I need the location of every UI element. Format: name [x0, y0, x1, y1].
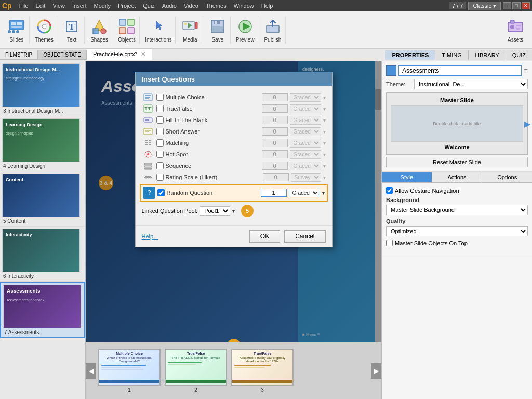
matching-checkbox[interactable]: [156, 139, 164, 147]
close-button[interactable]: ✕: [522, 2, 530, 9]
slide-item-4[interactable]: Learning Design design principles 4 Lear…: [0, 116, 85, 171]
style-tab-actions[interactable]: Actions: [432, 172, 483, 182]
menu-view[interactable]: View: [49, 2, 68, 10]
menu-file[interactable]: File: [16, 2, 32, 10]
mc-num-input[interactable]: [262, 93, 288, 101]
background-select[interactable]: Master Slide Background: [386, 205, 528, 215]
toolbar-media[interactable]: Media: [178, 16, 203, 44]
tab-properties[interactable]: PROPERTIES: [385, 50, 435, 60]
sa-dropdown-icon: ▾: [323, 129, 326, 135]
file-tab[interactable]: PracticeFile.cptx* ✕: [87, 49, 152, 60]
svg-point-57: [145, 176, 147, 178]
pool-select[interactable]: Pool1: [200, 206, 230, 216]
slide-item-5[interactable]: Content 5 Content: [0, 171, 85, 227]
mc-content: Multiple Choice Which of these is an Ins…: [99, 350, 159, 372]
ok-button[interactable]: OK: [249, 230, 280, 243]
maximize-button[interactable]: □: [512, 2, 521, 9]
allow-gesture-checkbox[interactable]: [386, 187, 393, 194]
tab-quiz[interactable]: QUIZ: [506, 50, 532, 60]
tab-close-icon[interactable]: ✕: [141, 51, 145, 57]
quality-select[interactable]: Optimized: [386, 226, 528, 236]
tab-filmstrip[interactable]: FILMSTRIP: [0, 50, 38, 59]
tab-timing[interactable]: TIMING: [435, 50, 468, 60]
sa-type-select[interactable]: Graded: [290, 127, 321, 136]
hotspot-num-input[interactable]: [262, 150, 288, 158]
rq-checkbox[interactable]: [157, 189, 165, 196]
rating-checkbox[interactable]: [156, 174, 164, 181]
master-objects-checkbox[interactable]: [386, 240, 393, 246]
mc-type-select[interactable]: Graded: [290, 93, 321, 102]
toolbar-objects[interactable]: Objects: [114, 16, 140, 44]
help-link[interactable]: Help...: [142, 233, 158, 240]
tab-object-state[interactable]: OBJECT STATE: [38, 50, 87, 59]
sequence-num-input[interactable]: [262, 162, 288, 170]
mc-checkbox[interactable]: [156, 94, 164, 101]
rq-type-select[interactable]: Graded: [289, 189, 320, 197]
master-arrow-icon[interactable]: ▶: [524, 119, 530, 129]
slide-item-7[interactable]: Assessments Assessments feedback 7 Asses…: [0, 282, 85, 338]
menu-video[interactable]: Video: [181, 2, 202, 10]
right-panel-tabs: PROPERTIES TIMING LIBRARY QUIZ: [385, 50, 532, 60]
slide-item-6[interactable]: Interactivity 6 Interactivity: [0, 227, 85, 282]
slide-item-3[interactable]: Instructional Design M... strategies, me…: [0, 61, 85, 116]
q-row-multiple-choice: Multiple Choice Graded ▾: [142, 92, 326, 102]
hotspot-type-select[interactable]: Graded: [290, 150, 321, 159]
q-row-fill-blank: Fill-In-The-Blank Graded ▾: [142, 115, 326, 125]
fib-checkbox[interactable]: [156, 116, 164, 124]
scroll-left-button[interactable]: ◀: [86, 363, 96, 379]
fib-num-input[interactable]: [262, 116, 288, 124]
toolbar-preview[interactable]: Preview: [233, 16, 258, 44]
sa-checkbox[interactable]: [156, 128, 164, 135]
thumb-item-1[interactable]: Multiple Choice Which of these is an Ins…: [98, 349, 161, 393]
menu-edit[interactable]: Edit: [32, 2, 48, 10]
menu-project[interactable]: Project: [115, 2, 139, 10]
sequence-checkbox[interactable]: [156, 162, 164, 169]
master-thumb[interactable]: Double click to add title: [391, 105, 523, 142]
toolbar-themes[interactable]: Themes: [32, 16, 57, 44]
cancel-button[interactable]: Cancel: [284, 230, 325, 243]
fib-type-select[interactable]: Graded: [290, 116, 321, 125]
menu-help[interactable]: Help: [258, 2, 276, 10]
tab-bar: FILMSTRIP OBJECT STATE PracticeFile.cptx…: [0, 49, 532, 61]
toolbar-save[interactable]: Save: [205, 16, 231, 44]
thumb-item-3[interactable]: True/False Kirkpatrick's theory was orig…: [231, 349, 294, 393]
tf-checkbox[interactable]: [156, 105, 164, 112]
slide-title-input[interactable]: [398, 65, 522, 76]
toolbar-assets[interactable]: Assets: [503, 16, 528, 44]
menu-window[interactable]: Window: [231, 2, 257, 10]
tab-library[interactable]: LIBRARY: [468, 50, 506, 60]
matching-type-select[interactable]: Graded: [290, 139, 321, 148]
reset-master-button[interactable]: Reset Master Slide: [386, 157, 528, 167]
hotspot-checkbox[interactable]: [156, 151, 164, 158]
thumb-item-2[interactable]: True/False The F in ADDIE stands for For…: [165, 349, 227, 393]
rating-num-input[interactable]: [263, 173, 289, 181]
toolbar-interactions[interactable]: Interactions: [142, 16, 176, 44]
svg-rect-16: [119, 28, 126, 34]
minimize-button[interactable]: ─: [503, 2, 511, 9]
tf-type-select[interactable]: Graded: [290, 104, 321, 113]
style-tab-options[interactable]: Options: [482, 172, 532, 182]
menu-quiz[interactable]: Quiz: [140, 2, 158, 10]
toolbar-text[interactable]: T Text: [59, 16, 85, 44]
sequence-type-select[interactable]: Graded: [290, 162, 321, 170]
sa-num-input[interactable]: [262, 127, 288, 136]
rq-num-input[interactable]: [261, 189, 287, 197]
menu-themes[interactable]: Themes: [203, 2, 230, 10]
menu-modify[interactable]: Modify: [91, 2, 114, 10]
assets-icon: [506, 17, 525, 36]
menu-insert[interactable]: Insert: [69, 2, 90, 10]
thumb-num-2: 2: [165, 387, 227, 393]
matching-num-input[interactable]: [262, 139, 288, 147]
scroll-right-button[interactable]: ▶: [371, 363, 381, 379]
properties-menu-icon[interactable]: ≡: [524, 66, 528, 75]
classic-mode-button[interactable]: Classic ▾: [468, 2, 501, 10]
tf-num-input[interactable]: [262, 104, 288, 113]
theme-select[interactable]: Instructional_De...: [414, 79, 528, 89]
style-tab-style[interactable]: Style: [382, 172, 432, 182]
toolbar-slides[interactable]: Slides: [4, 16, 30, 44]
menu-audio[interactable]: Audio: [159, 2, 180, 10]
rating-type-select[interactable]: Survey: [291, 173, 321, 182]
toolbar-shapes[interactable]: Shapes: [87, 16, 112, 44]
toolbar-publish[interactable]: Publish: [260, 16, 286, 44]
q-row-short-answer: Short Answer Graded ▾: [142, 127, 326, 136]
